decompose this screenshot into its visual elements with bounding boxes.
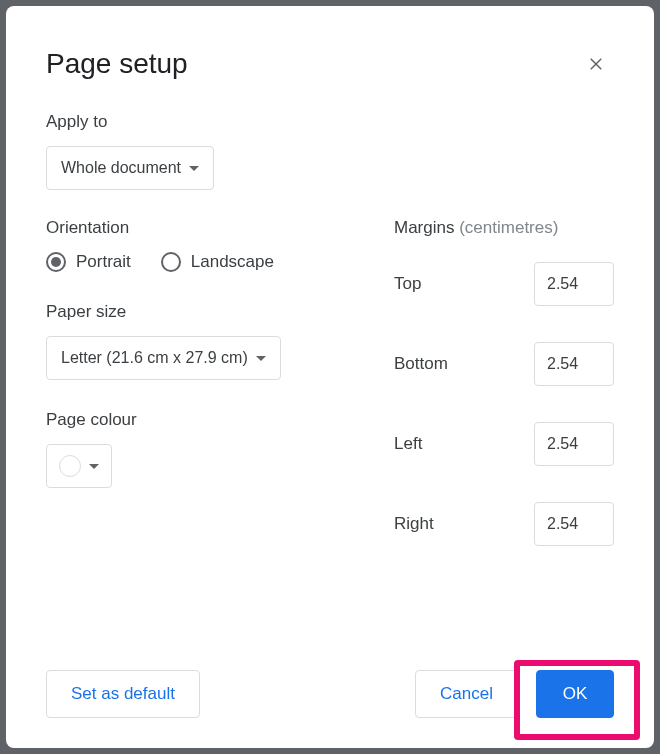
margin-top-row: Top [394,262,614,306]
page-colour-section: Page colour [46,410,354,488]
margin-right-input[interactable] [534,502,614,546]
close-icon [587,55,605,73]
paper-size-dropdown[interactable]: Letter (21.6 cm x 27.9 cm) [46,336,281,380]
radio-unselected-icon [161,252,181,272]
left-column: Orientation Portrait Landscape Paper [46,218,354,582]
caret-down-icon [256,356,266,361]
content-columns: Orientation Portrait Landscape Paper [46,218,614,582]
set-default-button[interactable]: Set as default [46,670,200,718]
margin-bottom-input[interactable] [534,342,614,386]
apply-to-section: Apply to Whole document [46,112,614,190]
margin-right-label: Right [394,514,434,534]
margins-unit-text: (centimetres) [459,218,558,237]
apply-to-label: Apply to [46,112,614,132]
orientation-landscape-label: Landscape [191,252,274,272]
page-setup-dialog: Page setup Apply to Whole document Orien… [6,6,654,748]
cancel-button[interactable]: Cancel [415,670,518,718]
close-button[interactable] [578,46,614,82]
page-colour-picker[interactable] [46,444,112,488]
colour-swatch-icon [59,455,81,477]
ok-button[interactable]: OK [536,670,614,718]
radio-selected-icon [46,252,66,272]
margin-bottom-row: Bottom [394,342,614,386]
dialog-header: Page setup [46,46,614,82]
margins-label: Margins (centimetres) [394,218,614,238]
margin-left-label: Left [394,434,422,454]
margin-left-row: Left [394,422,614,466]
margin-left-input[interactable] [534,422,614,466]
apply-to-dropdown[interactable]: Whole document [46,146,214,190]
orientation-section: Orientation Portrait Landscape [46,218,354,272]
radio-dot-icon [51,257,61,267]
orientation-landscape-radio[interactable]: Landscape [161,252,274,272]
margin-right-row: Right [394,502,614,546]
paper-size-value: Letter (21.6 cm x 27.9 cm) [61,349,248,367]
caret-down-icon [89,464,99,469]
dialog-footer: Set as default Cancel OK [46,650,614,718]
caret-down-icon [189,166,199,171]
paper-size-section: Paper size Letter (21.6 cm x 27.9 cm) [46,302,354,380]
margin-top-input[interactable] [534,262,614,306]
right-column: Margins (centimetres) Top Bottom Left Ri… [394,218,614,582]
dialog-title: Page setup [46,48,188,80]
orientation-options: Portrait Landscape [46,252,354,272]
page-colour-label: Page colour [46,410,354,430]
paper-size-label: Paper size [46,302,354,322]
apply-to-value: Whole document [61,159,181,177]
orientation-label: Orientation [46,218,354,238]
margin-bottom-label: Bottom [394,354,448,374]
orientation-portrait-label: Portrait [76,252,131,272]
margin-top-label: Top [394,274,421,294]
orientation-portrait-radio[interactable]: Portrait [46,252,131,272]
margins-label-text: Margins [394,218,454,237]
